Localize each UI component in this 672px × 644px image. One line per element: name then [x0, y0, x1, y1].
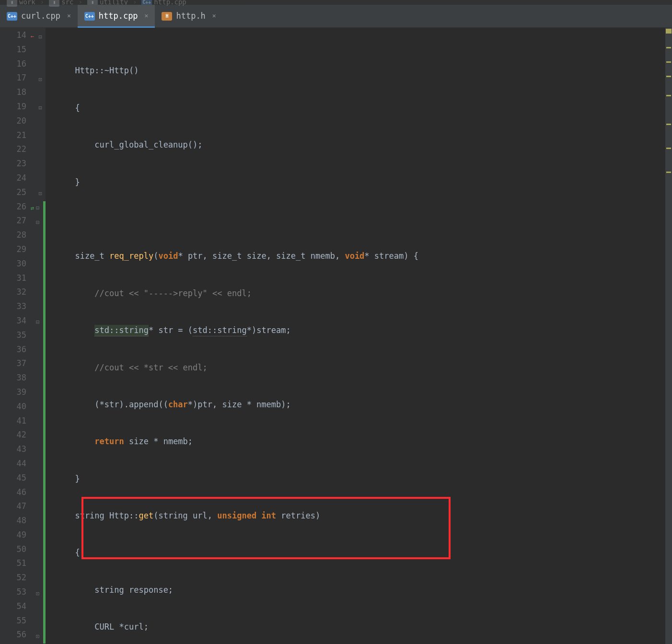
- fold-collapse-icon[interactable]: ⊟: [36, 218, 39, 227]
- editor-scrollbar[interactable]: [665, 28, 672, 644]
- fold-expand-icon[interactable]: ⊡: [38, 190, 42, 198]
- breadcrumb: ▮work › ▮src › ▮utility › C++http.cpp: [0, 0, 672, 5]
- tab-label: http.h: [176, 11, 205, 22]
- cpp-file-icon: C++: [7, 12, 17, 21]
- line-number: 18: [0, 87, 35, 101]
- line-number: 16: [0, 58, 35, 73]
- line-number: 36: [0, 344, 35, 358]
- line-number: 33: [0, 301, 35, 315]
- line-number: 27: [0, 215, 35, 230]
- line-number: 28: [0, 230, 35, 244]
- fold-expand-icon[interactable]: ⊡: [36, 590, 39, 598]
- line-number: 56: [0, 629, 35, 644]
- fold-collapse-icon[interactable]: ⊟: [36, 318, 39, 326]
- line-number: 15: [0, 44, 35, 58]
- line-number: 22: [0, 144, 35, 158]
- line-number: 26: [0, 201, 35, 216]
- line-number: 44: [0, 458, 35, 472]
- tab-label: http.cpp: [99, 11, 138, 22]
- scrollbar-marker[interactable]: [666, 95, 671, 96]
- scrollbar-marker[interactable]: [666, 76, 671, 77]
- line-number: 37: [0, 358, 35, 372]
- line-number: 46: [0, 487, 35, 501]
- line-number: 24: [0, 172, 35, 187]
- line-number: 21: [0, 130, 35, 144]
- tab-curl-cpp[interactable]: C++ curl.cpp ✕: [0, 5, 78, 27]
- line-number: 52: [0, 572, 35, 586]
- line-number: 48: [0, 515, 35, 529]
- code-editor[interactable]: 1415161718192021222324252627282930313233…: [0, 28, 672, 644]
- editor-tabs: C++ curl.cpp ✕ C++ http.cpp ✕ H http.h ✕: [0, 5, 672, 28]
- fold-expand-icon[interactable]: ⊡: [38, 76, 42, 84]
- vcs-change-icon: [31, 204, 34, 212]
- code-area[interactable]: Http::~Http() { curl_global_cleanup(); }…: [46, 28, 672, 644]
- fold-collapse-icon[interactable]: ⊟: [38, 33, 42, 41]
- fold-gutter: ⊟⊡⊟⊡⊟⊟⊟⊡⊡: [35, 28, 46, 644]
- tab-http-h[interactable]: H http.h ✕: [155, 5, 222, 27]
- line-number: 17: [0, 72, 35, 87]
- line-number: 47: [0, 501, 35, 515]
- close-icon[interactable]: ✕: [212, 12, 216, 20]
- close-icon[interactable]: ✕: [145, 12, 149, 20]
- close-icon[interactable]: ✕: [67, 12, 71, 20]
- line-number: 39: [0, 387, 35, 401]
- line-number: 29: [0, 244, 35, 258]
- scrollbar-marker[interactable]: [666, 172, 671, 173]
- inspection-status-icon: [666, 29, 672, 34]
- line-number: 42: [0, 429, 35, 444]
- h-file-icon: H: [162, 12, 172, 21]
- line-number: 43: [0, 444, 35, 458]
- scrollbar-marker[interactable]: [666, 61, 671, 63]
- tab-http-cpp[interactable]: C++ http.cpp ✕: [78, 5, 155, 27]
- line-number: 25: [0, 187, 35, 201]
- line-number: 41: [0, 415, 35, 430]
- line-number: 19: [0, 101, 35, 115]
- scrollbar-marker[interactable]: [666, 148, 671, 149]
- cpp-file-icon: C++: [84, 12, 95, 21]
- line-number: 35: [0, 330, 35, 344]
- line-number: 49: [0, 529, 35, 544]
- line-number: 14: [0, 30, 35, 44]
- fold-expand-icon[interactable]: ⊡: [36, 632, 39, 641]
- line-number: 20: [0, 115, 35, 130]
- fold-collapse-icon[interactable]: ⊟: [38, 104, 42, 112]
- line-number: 30: [0, 258, 35, 273]
- fold-collapse-icon[interactable]: ⊟: [36, 204, 39, 212]
- line-number: 45: [0, 472, 35, 487]
- line-number: 51: [0, 558, 35, 572]
- line-number: 55: [0, 615, 35, 630]
- line-number: 34: [0, 315, 35, 330]
- line-number: 50: [0, 544, 35, 558]
- line-number: 32: [0, 287, 35, 301]
- line-number: 53: [0, 586, 35, 601]
- line-number: 54: [0, 601, 35, 615]
- line-number-gutter: 1415161718192021222324252627282930313233…: [0, 28, 35, 644]
- line-number: 40: [0, 401, 35, 415]
- line-number: 31: [0, 273, 35, 287]
- line-number: 23: [0, 158, 35, 172]
- line-number: 38: [0, 372, 35, 387]
- vcs-change-icon: [31, 33, 34, 41]
- tab-label: curl.cpp: [21, 11, 60, 22]
- scrollbar-marker[interactable]: [666, 47, 671, 48]
- scrollbar-marker[interactable]: [666, 124, 671, 125]
